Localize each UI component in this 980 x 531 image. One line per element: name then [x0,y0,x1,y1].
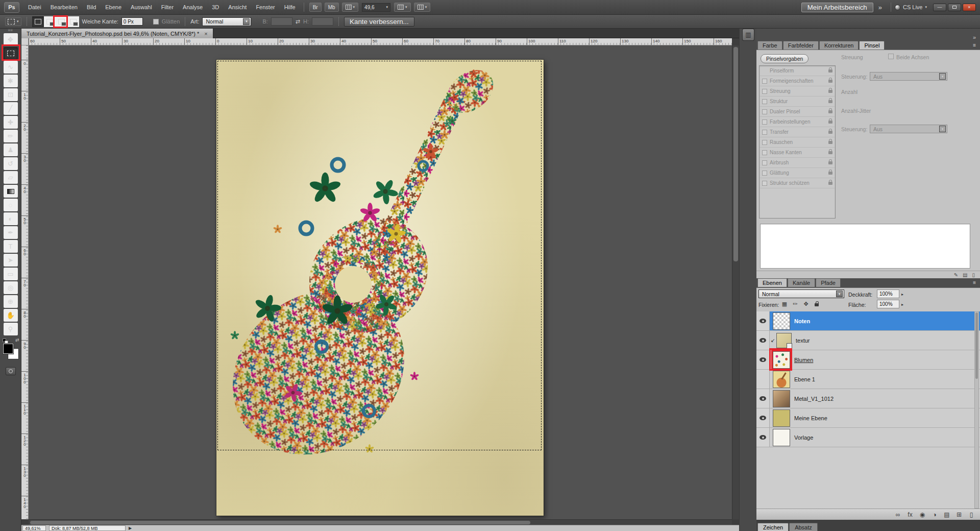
brush-section-checkbox[interactable] [762,171,767,176]
panel-tab[interactable]: Farbfelder [783,41,819,50]
new-brush-preset-icon[interactable]: ▤ [963,272,967,278]
brush-section-row[interactable]: Formeigenschaften [760,76,835,86]
layer-thumbnail[interactable] [773,312,790,330]
menu-item[interactable]: Bild [82,0,101,14]
collapse-dock-icon[interactable]: » [973,34,976,40]
brush-section-checkbox[interactable] [762,160,767,165]
lock-icon[interactable] [828,69,832,73]
rectangular-marquee-tool[interactable] [4,47,18,60]
palette-grip[interactable]: ≡≡ [0,29,21,32]
status-document-size[interactable]: Dok: 8,87 MB/52,8 MB [49,525,126,531]
swap-colors-icon[interactable]: ⇄ [15,337,19,343]
antialias-checkbox[interactable] [153,19,159,25]
style-dropdown[interactable]: Normal ▾ [202,17,251,26]
gradient-tool[interactable] [4,185,18,198]
brush-tool[interactable]: ✏ [4,130,18,142]
panel-tab[interactable]: Zeichen [757,523,789,531]
brush-section-checkbox[interactable] [762,89,767,94]
collapsed-panel-button-2[interactable]: ▥ [742,29,754,41]
layer-name[interactable]: Metal_V1_1012 [794,396,834,402]
brush-section-row[interactable]: Struktur [760,96,835,107]
foreground-color-swatch[interactable] [3,344,13,354]
lock-icon[interactable] [828,110,832,113]
delete-brush-icon[interactable]: ▯ [972,272,975,278]
brush-preview-toggle-icon[interactable]: ✎ [954,272,958,278]
fill-value[interactable]: 100% [877,300,899,308]
brush-section-row[interactable]: Glättung [760,168,835,178]
panel-tab[interactable]: Kanäle [788,278,815,287]
selection-mode-button[interactable] [56,16,67,27]
tool-preset-picker[interactable]: ▾ [5,17,21,26]
layer-style-icon[interactable]: fx [906,511,914,518]
lock-transparent-pixels-icon[interactable]: ▦ [781,301,788,307]
healing-brush-tool[interactable]: ✚ [4,116,18,129]
control2-dropdown[interactable]: Aus ▾ [870,125,947,133]
brush-section-checkbox[interactable] [762,181,767,186]
blend-mode-dropdown[interactable]: Normal ▾ [758,289,844,298]
lock-icon[interactable] [828,120,832,124]
lock-icon[interactable] [828,172,832,175]
close-icon[interactable]: × [204,31,207,37]
panel-menu-icon[interactable]: ≡ [973,42,978,48]
lock-icon[interactable] [828,90,832,93]
menu-item[interactable]: Fenster [251,0,279,14]
3d-camera-tool[interactable]: ⊕ [4,295,18,308]
move-tool[interactable]: ✥ [4,33,18,46]
selection-mode-button[interactable] [67,16,79,27]
layer-name[interactable]: Meine Ebene [794,415,827,421]
brush-section-checkbox[interactable] [762,79,767,84]
layer-thumbnail[interactable] [773,390,790,407]
control-dropdown[interactable]: Aus ▾ [870,72,947,81]
path-selection-tool[interactable]: ➤ [4,254,18,267]
feather-input[interactable] [121,17,143,26]
menu-item[interactable]: Datei [23,0,46,14]
scrollbar-thumb[interactable] [733,47,738,261]
history-brush-tool[interactable]: ↺ [4,157,18,170]
quick-mask-button[interactable] [6,367,16,375]
document-tab[interactable]: Tutorial_Konzert-Flyer_Photoshop.psd bei… [21,29,213,38]
layer-row[interactable]: ↙ Metal_V1_1012 [756,389,980,408]
brush-section-row[interactable]: Struktur schützen [760,178,835,188]
view-extras-button[interactable]: ▾ [342,3,359,12]
new-group-icon[interactable]: ▤ [943,511,950,518]
workspace-overflow-icon[interactable]: » [878,4,882,11]
panel-tab[interactable]: Ebenen [757,278,787,287]
shape-tool[interactable]: ▭ [4,268,18,280]
vertical-ruler[interactable]: 0102030405060708090100110120130140150 [21,45,29,519]
vertical-scrollbar[interactable] [732,45,739,519]
zoom-level-dropdown[interactable]: 49,6 ▾ [362,3,390,12]
status-zoom[interactable]: 49,61% [22,525,46,531]
lock-icon[interactable] [828,182,832,185]
layer-row[interactable]: ↙ Blumen [756,350,980,370]
lock-position-icon[interactable]: ✥ [802,301,810,307]
lasso-tool[interactable]: ∿ [4,61,18,74]
lock-image-pixels-icon[interactable]: ✏ [792,301,799,307]
crop-tool[interactable]: ⊡ [4,88,18,101]
layer-name[interactable]: textur [796,337,810,344]
layer-visibility-toggle[interactable] [756,331,770,350]
status-flyout-icon[interactable]: ▶ [129,526,132,530]
clone-stamp-tool[interactable]: ♟ [4,143,18,156]
brush-section-checkbox[interactable] [762,119,767,125]
eyedropper-tool[interactable]: ╱ [4,102,18,115]
refine-edge-button[interactable]: Kante verbessern... [344,17,414,27]
link-dimensions-icon[interactable]: ⇄ [296,18,300,25]
brush-section-row[interactable]: Transfer [760,127,835,137]
link-layers-icon[interactable]: ∞ [894,511,901,518]
layer-row[interactable]: ↙ Meine Ebene [756,408,980,428]
layer-visibility-toggle[interactable] [756,389,770,408]
brush-section-checkbox[interactable] [762,109,767,114]
canvas[interactable] [216,60,544,516]
menu-item[interactable]: Analyse [178,0,207,14]
blur-tool[interactable]: ◌ [4,199,18,211]
menu-item[interactable]: Auswahl [126,0,157,14]
bridge-button[interactable]: Br [309,3,322,12]
brush-section-row[interactable]: Farbeinstellungen [760,117,835,127]
lock-icon[interactable] [828,131,832,134]
brush-section-checkbox[interactable] [762,150,767,155]
layer-visibility-toggle[interactable] [756,408,770,427]
layer-visibility-toggle[interactable] [756,311,770,330]
cs-live-dropdown[interactable]: CS Live ▾ [895,4,927,10]
new-layer-icon[interactable]: ⊞ [955,511,963,518]
layer-name[interactable]: Ebene 1 [794,376,815,382]
